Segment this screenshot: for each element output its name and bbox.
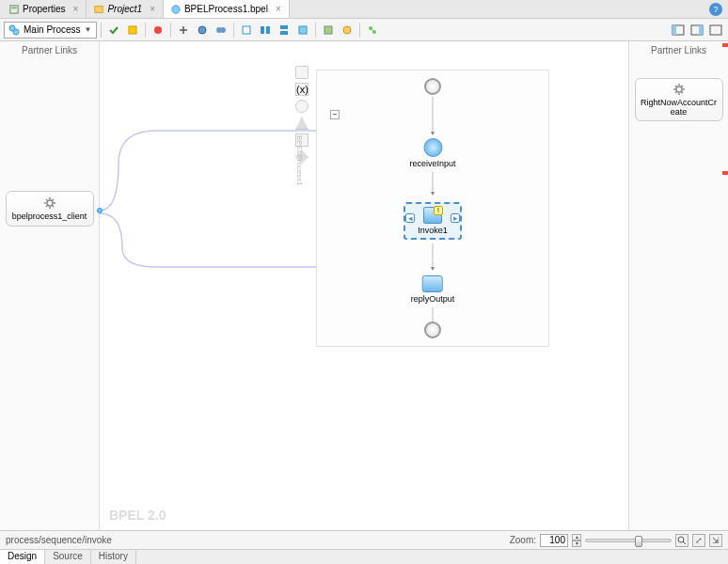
close-icon[interactable]: × <box>150 4 155 14</box>
palette-item[interactable] <box>295 66 309 79</box>
zoom-spinner: ▴ ▾ <box>572 534 581 547</box>
project-icon <box>94 5 103 14</box>
toolbar-button[interactable] <box>124 22 141 39</box>
view-button[interactable] <box>670 22 687 39</box>
partner-links-header: Partner Links <box>651 41 706 59</box>
svg-point-3 <box>172 5 180 12</box>
vertical-label: BPELProcess1 <box>295 135 304 186</box>
tab-project1[interactable]: Project1 × <box>87 0 164 18</box>
close-icon[interactable]: × <box>73 4 79 14</box>
error-marker[interactable] <box>722 171 728 175</box>
expand-button[interactable]: ⤢ <box>692 534 705 547</box>
validate-button[interactable] <box>105 22 122 39</box>
toolbar-button[interactable] <box>175 22 192 39</box>
svg-point-8 <box>198 26 206 34</box>
node-label: replyOutput <box>411 294 455 304</box>
slider-thumb[interactable] <box>635 536 642 547</box>
svg-rect-17 <box>324 26 332 34</box>
toolbar-button[interactable] <box>257 22 274 39</box>
toolbar-button[interactable] <box>339 22 356 39</box>
breadcrumb: process/sequence/invoke <box>6 535 112 545</box>
palette-item[interactable]: (x) <box>295 83 309 96</box>
collapse-button[interactable]: ⇲ <box>709 534 722 547</box>
dropdown-label: Main Process <box>24 24 81 35</box>
error-marker[interactable] <box>722 43 728 47</box>
node-label: receiveInput <box>409 159 455 168</box>
tab-label: Project1 <box>107 4 142 14</box>
tab-bpelprocess1[interactable]: BPELProcess1.bpel × <box>164 0 290 18</box>
left-handle-icon[interactable]: ◂ <box>405 213 415 223</box>
toolbar-button[interactable] <box>364 22 381 39</box>
warning-icon: ! <box>434 206 443 215</box>
help-icon[interactable]: ? <box>709 3 722 16</box>
process-container: − ▾ receiveInput ▾ ◂ ▸ ! Invoke1 <box>316 70 549 347</box>
toolbar-button[interactable] <box>194 22 211 39</box>
bpel-icon <box>171 5 181 14</box>
svg-point-10 <box>220 27 226 33</box>
svg-point-18 <box>343 26 351 34</box>
design-canvas[interactable]: (x) BPELProcess1 − ▾ receiveInput ▾ ◂ ▸ <box>100 41 628 530</box>
view-button[interactable] <box>707 22 724 39</box>
workspace: Partner Links bpelprocess1_client (x) BP… <box>0 41 728 530</box>
zoom-label: Zoom: <box>510 535 536 545</box>
svg-rect-25 <box>710 25 721 35</box>
svg-rect-12 <box>261 26 264 34</box>
reply-output-node[interactable]: replyOutput <box>411 275 455 304</box>
invoke-icon: ! <box>423 207 442 224</box>
svg-point-5 <box>13 29 19 35</box>
tab-label: Properties <box>23 4 66 14</box>
tab-history[interactable]: History <box>91 550 136 564</box>
right-handle-icon[interactable]: ▸ <box>451 213 460 223</box>
view-button[interactable] <box>688 22 705 39</box>
link-anchor <box>97 208 103 213</box>
end-node[interactable] <box>424 321 441 338</box>
left-partner-panel: Partner Links bpelprocess1_client <box>0 41 100 530</box>
zoom-input[interactable] <box>540 534 568 547</box>
palette-item[interactable] <box>295 117 309 130</box>
svg-rect-22 <box>673 25 676 35</box>
process-icon <box>8 24 20 36</box>
collapse-toggle[interactable]: − <box>330 110 340 119</box>
svg-rect-6 <box>129 26 136 34</box>
bpel-watermark: BPEL 2.0 <box>109 508 166 523</box>
toolbar-button[interactable] <box>276 22 293 39</box>
invoke1-node[interactable]: ◂ ▸ ! Invoke1 <box>404 202 462 240</box>
toolbar-button[interactable] <box>320 22 337 39</box>
partner-link-rightnow[interactable]: RightNowAccountCreate <box>635 78 723 121</box>
toolbar-button[interactable] <box>294 22 311 39</box>
receive-icon <box>423 138 442 157</box>
tab-design[interactable]: Design <box>0 550 45 564</box>
svg-rect-13 <box>266 26 270 34</box>
zoom-up-button[interactable]: ▴ <box>572 534 581 540</box>
tab-properties[interactable]: Properties × <box>2 0 87 18</box>
zoom-slider[interactable] <box>585 539 672 542</box>
breakpoint-button[interactable] <box>150 22 166 39</box>
toolbar-button[interactable] <box>213 22 229 39</box>
close-icon[interactable]: × <box>276 4 281 14</box>
right-partner-panel: Partner Links RightNowAccountCreate <box>628 41 728 530</box>
toolbar: Main Process ▼ <box>0 19 728 41</box>
zoom-fit-button[interactable] <box>675 534 688 547</box>
status-bar: process/sequence/invoke Zoom: ▴ ▾ ⤢ ⇲ <box>0 530 728 549</box>
tab-label: BPELProcess1.bpel <box>184 4 268 14</box>
editor-tabs: Properties × Project1 × BPELProcess1.bpe… <box>0 0 728 19</box>
reply-icon <box>422 275 443 292</box>
partner-link-client[interactable]: bpelprocess1_client <box>6 191 94 227</box>
tab-source[interactable]: Source <box>45 550 91 564</box>
svg-rect-16 <box>299 26 307 34</box>
receive-input-node[interactable]: receiveInput <box>409 138 455 168</box>
start-node[interactable] <box>424 78 441 95</box>
properties-icon <box>9 5 19 14</box>
palette-item[interactable] <box>295 100 309 113</box>
svg-rect-2 <box>95 6 103 12</box>
partner-label: RightNowAccountCreate <box>640 98 719 117</box>
zoom-down-button[interactable]: ▾ <box>572 540 581 547</box>
chevron-down-icon: ▼ <box>85 25 92 34</box>
editor-view-tabs: Design Source History <box>0 549 728 564</box>
svg-point-27 <box>676 86 682 92</box>
gear-icon <box>43 196 56 210</box>
process-dropdown[interactable]: Main Process ▼ <box>4 22 97 39</box>
svg-point-26 <box>47 200 53 206</box>
toolbar-button[interactable] <box>238 22 255 39</box>
partner-links-header: Partner Links <box>22 41 77 59</box>
